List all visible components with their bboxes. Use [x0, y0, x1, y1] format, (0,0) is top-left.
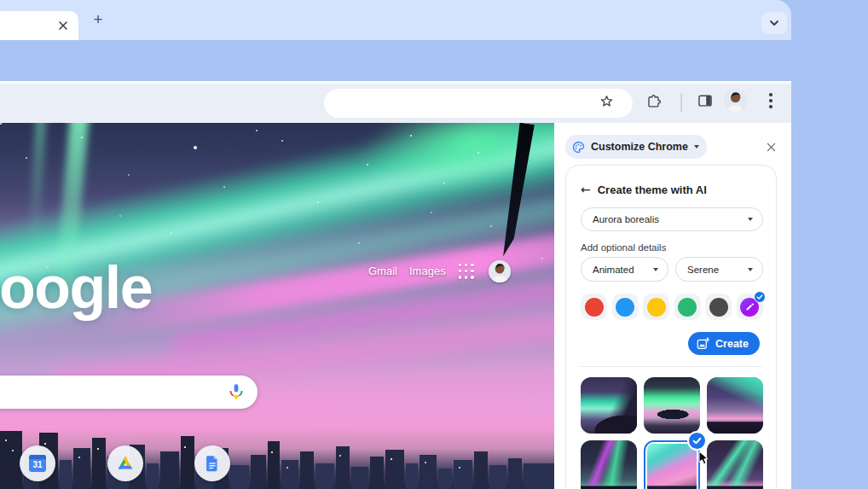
create-theme-card: ← Create theme with AI Aurora borealis A…: [565, 165, 777, 489]
theme-thumbnail-grid: [581, 377, 763, 489]
detail-dropdown-animated[interactable]: Animated: [581, 257, 668, 282]
swatch-gray[interactable]: [705, 294, 732, 320]
customize-chrome-chip[interactable]: Customize Chrome: [565, 135, 707, 159]
back-arrow-icon[interactable]: ←: [581, 183, 591, 196]
create-button[interactable]: Create: [688, 332, 760, 355]
gmail-link[interactable]: Gmail: [368, 265, 397, 277]
swatch-yellow[interactable]: [643, 294, 669, 320]
eyedropper-icon: [744, 302, 755, 312]
aurora-glow: [353, 123, 554, 205]
aurora-curtain: [29, 123, 46, 244]
new-tab-button[interactable]: +: [89, 10, 107, 29]
card-title: Create theme with AI: [598, 183, 707, 196]
color-swatch-row: [581, 294, 763, 320]
theme-thumbnail-2[interactable]: [644, 377, 700, 434]
theme-thumbnail-6[interactable]: [707, 440, 763, 489]
swatch-red[interactable]: [581, 294, 607, 320]
toolbar-divider: [680, 93, 682, 112]
detail-dropdown-mood[interactable]: Serene: [675, 257, 763, 282]
search-input[interactable]: [0, 375, 258, 409]
calendar-icon: 31: [29, 455, 46, 472]
active-tab[interactable]: [0, 11, 78, 40]
pink-streak: [171, 273, 554, 355]
chevron-down-icon: [748, 268, 753, 271]
customize-chrome-panel: Customize Chrome ← Create theme with AI …: [554, 123, 791, 489]
theme-thumbnail-4[interactable]: [581, 440, 637, 489]
selected-check-icon: [687, 431, 707, 451]
newtab-wallpaper: Gmail Images Google 31: [0, 123, 554, 489]
side-panel-icon[interactable]: [696, 91, 715, 110]
docs-icon: [203, 454, 222, 473]
mouse-cursor: [698, 451, 709, 469]
tab-strip: +: [0, 0, 791, 40]
profile-avatar[interactable]: [724, 89, 747, 112]
prompt-value: Aurora borealis: [582, 214, 748, 224]
tab-close-icon[interactable]: [56, 19, 70, 32]
chevron-down-icon: [769, 20, 779, 26]
dropdown-value: Animated: [582, 265, 653, 275]
shortcut-calendar[interactable]: 31: [20, 445, 55, 481]
swatch-green[interactable]: [674, 294, 701, 320]
images-link[interactable]: Images: [409, 265, 446, 277]
drive-icon: [116, 454, 135, 473]
card-divider: [580, 366, 762, 367]
dropdown-value: Serene: [676, 265, 748, 275]
theme-thumbnail-1[interactable]: [581, 377, 637, 434]
swatch-custom-color[interactable]: [737, 294, 763, 320]
panel-close-icon[interactable]: [762, 138, 779, 155]
browser-menu-icon[interactable]: [761, 91, 780, 110]
voice-search-mic-icon[interactable]: [227, 382, 246, 401]
browser-content: Gmail Images Google 31: [0, 123, 791, 489]
tab-strip-chevron-button[interactable]: [761, 12, 787, 34]
palette-icon: [572, 141, 585, 154]
theme-thumbnail-3[interactable]: [707, 377, 763, 434]
city-skyline: [0, 428, 554, 489]
details-label: Add optional details: [581, 242, 666, 253]
address-bar[interactable]: [324, 89, 633, 118]
chevron-down-icon: [653, 268, 658, 271]
shortcut-docs[interactable]: [194, 445, 230, 481]
google-logo: Google: [0, 259, 152, 316]
extensions-puzzle-icon[interactable]: [644, 91, 663, 110]
swatch-blue[interactable]: [612, 294, 639, 320]
selected-check-icon: [754, 291, 766, 303]
chip-label: Customize Chrome: [591, 141, 688, 153]
browser-toolbar: [0, 81, 791, 123]
chevron-down-icon: [694, 145, 699, 148]
google-apps-icon[interactable]: [459, 264, 474, 279]
create-button-label: Create: [715, 338, 749, 350]
image-plus-icon: [697, 337, 709, 350]
silhouette-pole: [495, 123, 540, 259]
chevron-down-icon: [748, 218, 753, 221]
newtab-profile-avatar[interactable]: [489, 260, 511, 282]
pink-streak: [95, 221, 554, 336]
bookmark-star-icon[interactable]: [597, 91, 616, 110]
shortcut-drive[interactable]: [107, 445, 143, 481]
page-background: +: [0, 0, 868, 489]
stars: [0, 123, 2, 125]
theme-prompt-dropdown[interactable]: Aurora borealis: [581, 207, 763, 231]
